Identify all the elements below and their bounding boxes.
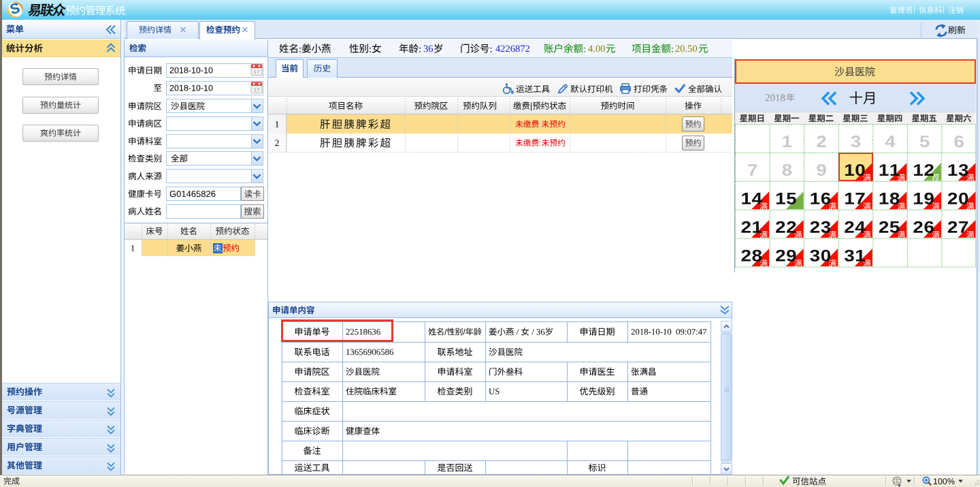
svg-text:17: 17 (254, 69, 260, 75)
svg-text:17: 17 (254, 87, 260, 93)
